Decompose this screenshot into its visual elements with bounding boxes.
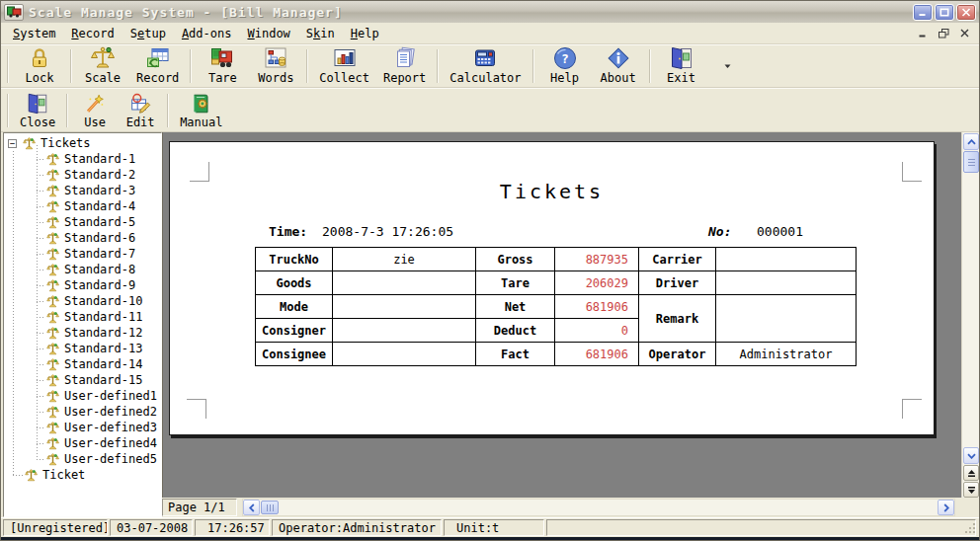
tree-item[interactable]: User-defined5 <box>4 451 161 467</box>
window-title: Scale Manage System - [Bill Manager] <box>29 5 908 20</box>
tree-item[interactable]: Standard-5 <box>4 214 161 230</box>
report-button[interactable]: Report <box>376 46 433 86</box>
tree-item-tickets-root[interactable]: − Tickets <box>4 135 161 151</box>
operator-value: Administrator <box>716 343 857 366</box>
scroll-left-icon[interactable] <box>243 500 260 515</box>
tree-item[interactable]: Standard-6 <box>4 230 161 246</box>
vertical-scroll-track[interactable] <box>962 173 979 446</box>
tree-item[interactable]: Standard-7 <box>4 246 161 262</box>
menu-item[interactable]: Record <box>63 25 122 42</box>
toolbar-overflow-arrow-icon[interactable] <box>724 64 731 69</box>
menu-item[interactable]: Window <box>239 25 297 42</box>
tree-item[interactable]: Standard-14 <box>4 356 161 372</box>
tree-item[interactable]: User-defined3 <box>4 420 161 435</box>
net-value: 681906 <box>555 295 639 319</box>
resize-grip-icon[interactable] <box>965 523 976 537</box>
scroll-up-icon[interactable] <box>963 133 979 150</box>
report-icon <box>392 45 418 71</box>
manual-book-icon <box>190 92 213 116</box>
ticket-table: TruckNo zie Gross 887935 Carrier Goods T <box>255 247 857 366</box>
mdi-minimize-icon[interactable] <box>915 27 932 40</box>
calculator-button[interactable]: Calculator <box>443 46 528 86</box>
deduct-label: Deduct <box>476 319 555 343</box>
record-icon <box>145 45 171 71</box>
main-area: − Tickets Standard-1 Standard-2 <box>1 132 979 517</box>
tree-item[interactable]: User-defined4 <box>4 435 161 451</box>
close-bill-button[interactable]: Close <box>13 91 62 130</box>
scale-tree-icon <box>46 169 59 182</box>
consignee-label: Consignee <box>256 343 333 366</box>
manual-button[interactable]: Manual <box>173 91 229 130</box>
previous-page-icon[interactable] <box>963 465 979 481</box>
collect-button[interactable]: Collect <box>312 46 376 86</box>
scroll-down-icon[interactable] <box>963 447 979 464</box>
tree-item-ticket[interactable]: Ticket <box>4 467 161 483</box>
status-panel <box>546 519 976 536</box>
time-value: 2008-7-3 17:26:05 <box>322 224 453 239</box>
horizontal-scrollbar[interactable] <box>242 499 955 516</box>
help-button[interactable]: ? Help <box>538 46 592 86</box>
tree-item-label: User-defined1 <box>64 389 157 403</box>
app-icon[interactable] <box>4 4 24 21</box>
scale-tree-icon <box>46 153 59 166</box>
main-toolbar: Lock Scale Record Tare Words Collect Rep… <box>1 44 979 88</box>
words-button[interactable]: Words <box>249 46 302 86</box>
tree-item-label: User-defined3 <box>64 421 157 434</box>
tree-item-label: User-defined5 <box>64 452 157 466</box>
horizontal-scroll-thumb[interactable] <box>261 501 279 514</box>
vertical-scroll-thumb[interactable] <box>963 151 979 173</box>
scale-tree-icon <box>46 422 59 434</box>
vertical-scrollbar[interactable] <box>961 132 979 498</box>
goods-value <box>333 271 476 295</box>
tree-item[interactable]: Standard-2 <box>4 167 161 183</box>
next-page-icon[interactable] <box>963 482 979 498</box>
tree-item[interactable]: Standard-3 <box>4 183 161 198</box>
record-button[interactable]: Record <box>129 46 186 86</box>
lock-button[interactable]: Lock <box>13 46 66 86</box>
manual-label: Manual <box>180 116 222 128</box>
remark-label: Remark <box>639 295 716 343</box>
tree-item[interactable]: Standard-11 <box>4 309 161 325</box>
tree-item[interactable]: Standard-15 <box>4 372 161 388</box>
tare-button[interactable]: Tare <box>196 46 249 86</box>
exit-button[interactable]: Exit <box>655 46 708 86</box>
mdi-restore-icon[interactable] <box>936 27 952 40</box>
use-button[interactable]: Use <box>72 91 118 130</box>
edit-button[interactable]: Edit <box>118 91 163 130</box>
tree-item[interactable]: Standard-12 <box>4 325 161 341</box>
menu-item[interactable]: System <box>5 25 63 42</box>
scale-tree-icon <box>46 358 59 371</box>
mdi-close-icon[interactable] <box>956 27 973 40</box>
tree-collapse-icon[interactable]: − <box>8 139 17 148</box>
menu-item[interactable]: Help <box>343 25 387 42</box>
mdi-window-buttons <box>915 27 975 40</box>
menu-item[interactable]: Setup <box>122 25 174 42</box>
about-button[interactable]: About <box>592 46 645 86</box>
status-panel: [Unregistered] <box>3 519 108 536</box>
tare-truck-icon <box>209 45 235 71</box>
scale-tree-icon <box>46 374 59 387</box>
scale-button[interactable]: Scale <box>76 46 129 86</box>
exit-label: Exit <box>667 72 695 84</box>
tree-item[interactable]: Standard-9 <box>4 277 161 293</box>
minimize-button[interactable] <box>913 4 933 21</box>
consigner-label: Consigner <box>256 319 333 343</box>
tree-item[interactable]: Standard-8 <box>4 262 161 277</box>
tree-item[interactable]: Standard-10 <box>4 293 161 309</box>
tree-item[interactable]: User-defined1 <box>4 388 161 404</box>
calculator-label: Calculator <box>449 72 521 84</box>
ticket-no-label: No: <box>708 224 731 239</box>
tree-item[interactable]: Standard-4 <box>4 198 161 214</box>
help-label: Help <box>550 72 579 84</box>
print-preview-canvas: Tickets Time: 2008-7-3 17:26:05 No: 0000… <box>162 132 961 498</box>
maximize-button[interactable] <box>935 4 954 21</box>
menu-item[interactable]: Skin <box>298 25 343 42</box>
tree-root-label: Tickets <box>41 136 91 150</box>
scroll-right-icon[interactable] <box>938 500 954 515</box>
tree-item[interactable]: User-defined2 <box>4 404 161 420</box>
close-button[interactable] <box>956 4 976 21</box>
driver-value <box>716 271 857 295</box>
menu-item[interactable]: Add-ons <box>174 25 240 42</box>
tree-item[interactable]: Standard-13 <box>4 341 161 356</box>
tree-item[interactable]: Standard-1 <box>4 151 161 167</box>
